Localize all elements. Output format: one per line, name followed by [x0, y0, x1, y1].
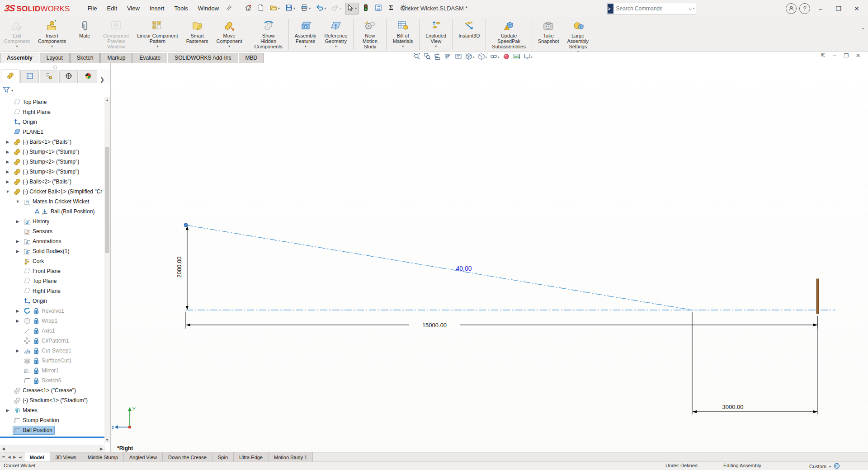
dropdown-arrow-icon[interactable]: ▾: [309, 6, 311, 10]
tree-item-content[interactable]: Origin: [13, 118, 39, 127]
edit-appearance-button[interactable]: [502, 52, 511, 62]
dropdown-arrow-icon[interactable]: ▾: [335, 44, 337, 48]
dropdown-arrow-icon[interactable]: ▾: [498, 56, 500, 59]
menu-tools[interactable]: Tools: [169, 3, 193, 14]
expand-arrow-icon[interactable]: ▶: [13, 348, 23, 353]
display-style-button[interactable]: ▾: [477, 52, 488, 62]
tab-solidworks-add-ins[interactable]: SOLIDWORKS Add-Ins: [168, 53, 238, 63]
tree-vertical-scrollbar[interactable]: ▲ ▼: [104, 97, 110, 443]
tree-item[interactable]: ▶(-) Bails<2> ("Bails"): [0, 177, 105, 187]
tree-item-content[interactable]: Revolve1: [23, 306, 66, 315]
tree-item-content[interactable]: Mates: [13, 406, 40, 415]
tags-globe-icon[interactable]: [834, 463, 840, 470]
tab-mbd[interactable]: MBD: [239, 53, 264, 63]
options-gear-button[interactable]: ▾: [398, 3, 412, 14]
tab-evaluate[interactable]: Evaluate: [132, 53, 167, 63]
tree-item[interactable]: Front Plane: [0, 266, 105, 276]
expand-arrow-icon[interactable]: ▶: [3, 408, 13, 413]
tree-item[interactable]: Origin: [0, 296, 105, 306]
next-tab-icon[interactable]: ▶: [13, 455, 16, 459]
tab-sketch[interactable]: Sketch: [70, 53, 100, 63]
dock-window-icon[interactable]: ⇱: [819, 52, 826, 59]
expand-arrow-icon[interactable]: ▶: [3, 140, 13, 144]
tree-item-content[interactable]: Wrap1: [23, 316, 60, 325]
tree-item[interactable]: Stump Position: [0, 415, 105, 425]
tree-item[interactable]: Mirror1: [0, 366, 105, 376]
expand-arrow-icon[interactable]: ▶: [13, 239, 23, 244]
tree-item[interactable]: ▶AAnnotations: [0, 236, 105, 246]
scroll-left-icon[interactable]: ◀: [0, 446, 7, 451]
tree-item-content[interactable]: (-) Stump<2> ("Stump"): [13, 157, 81, 166]
section-view-button[interactable]: [443, 52, 453, 62]
tree-item-content[interactable]: (-) Bails<1> ("Bails"): [13, 137, 74, 146]
stump[interactable]: [816, 279, 819, 314]
property-manager-tab[interactable]: [20, 70, 39, 83]
graphics-area[interactable]: 2000.00 40.00 15000.00: [111, 63, 868, 452]
tree-item[interactable]: Top Plane: [0, 97, 105, 107]
tree-horizontal-scrollbar[interactable]: ◀ ▶: [0, 445, 105, 452]
tree-item-content[interactable]: CirPattern1: [23, 336, 71, 345]
prev-tab-icon[interactable]: ◀: [8, 455, 10, 459]
instant3d-button[interactable]: Instant3D: [455, 18, 483, 44]
tree-item-content[interactable]: Cork: [23, 257, 46, 266]
feature-tree-tab[interactable]: [1, 70, 19, 83]
tree-item-content[interactable]: Ball Position: [13, 426, 55, 435]
expand-arrow-icon[interactable]: ▶: [13, 309, 23, 313]
dropdown-arrow-icon[interactable]: ▾: [473, 56, 475, 59]
configuration-manager-tab[interactable]: [40, 70, 58, 83]
assembly-features-button[interactable]: AssemblyFeatures▾: [291, 18, 320, 49]
tree-item[interactable]: Ball Position: [0, 425, 105, 435]
sheet-tab-motion-study-1[interactable]: Motion Study 1: [269, 452, 313, 462]
tree-item[interactable]: ▶Cut-Sweep1: [0, 346, 105, 356]
tree-item-content[interactable]: Right Plane: [13, 108, 53, 117]
sheet-tab-down-the-crease[interactable]: Down the Crease: [163, 452, 212, 462]
rebuild-traffic-light-button[interactable]: [360, 3, 371, 14]
expand-arrow-icon[interactable]: ▼: [3, 189, 13, 194]
view-orientation-button[interactable]: ▾: [464, 52, 476, 62]
rollback-bar[interactable]: [0, 437, 105, 438]
panel-resize-grip[interactable]: [0, 63, 110, 69]
dropdown-arrow-icon[interactable]: ▾: [278, 6, 280, 10]
tree-item-content[interactable]: Sketch6: [23, 376, 63, 385]
tree-item-content[interactable]: (-) Cricket Ball<1> (Simplified "Cr: [13, 187, 104, 196]
sheet-tab-3d-views[interactable]: 3D Views: [50, 452, 82, 462]
tree-item[interactable]: Right Plane: [0, 286, 105, 296]
menu-edit[interactable]: Edit: [102, 3, 122, 14]
tree-item-content[interactable]: AAnnotations: [23, 237, 63, 246]
tree-item-content[interactable]: Ball (Ball Position): [33, 207, 97, 216]
tree-item-content[interactable]: Axis1: [23, 326, 57, 335]
dropdown-arrow-icon[interactable]: ▾: [324, 6, 326, 10]
mate-button[interactable]: Mate: [71, 18, 99, 44]
expand-arrow-icon[interactable]: ▶: [13, 249, 23, 254]
exploded-view-button[interactable]: ExplodedView▾: [422, 18, 450, 49]
previous-view-button[interactable]: [433, 52, 442, 62]
tab-assembly[interactable]: Assembly: [0, 53, 39, 63]
tree-item[interactable]: Axis1: [0, 326, 105, 336]
hide-show-items-button[interactable]: ▾: [489, 52, 500, 62]
tree-item-content[interactable]: Mirror1: [23, 366, 61, 375]
tree-item[interactable]: ▶History: [0, 216, 105, 226]
restore-button[interactable]: ❐: [831, 3, 846, 14]
expand-arrow-icon[interactable]: ▶: [3, 160, 13, 164]
scroll-up-icon[interactable]: ▲: [104, 97, 110, 103]
tree-item[interactable]: Origin: [0, 117, 105, 127]
tree-item-content[interactable]: Top Plane: [23, 277, 59, 286]
tree-item[interactable]: Cork: [0, 256, 105, 266]
zoom-to-area-button[interactable]: [423, 52, 432, 62]
dropdown-arrow-icon[interactable]: ▾: [435, 44, 437, 48]
dimension-height[interactable]: 2000.00: [176, 257, 183, 278]
expand-arrow-icon[interactable]: ▶: [3, 150, 13, 154]
dropdown-arrow-icon[interactable]: ▾: [305, 44, 307, 48]
sheet-tab-spin[interactable]: Spin: [212, 452, 234, 462]
search-commands-box[interactable]: >_ ⌕ ▾: [607, 3, 696, 14]
dropdown-arrow-icon[interactable]: ▾: [16, 44, 18, 48]
sheet-tab-middle-stump[interactable]: Middle Stump: [82, 452, 124, 462]
reference-geometry-button[interactable]: ReferenceGeometry▾: [321, 18, 351, 49]
insert-components-button[interactable]: InsertComponents▾: [34, 18, 70, 49]
filter-funnel-icon[interactable]: [3, 86, 10, 95]
apply-scene-button[interactable]: [512, 52, 521, 62]
dropdown-arrow-icon[interactable]: ▾: [355, 6, 357, 10]
tree-item-content[interactable]: Front Plane: [23, 267, 63, 276]
tab-layout[interactable]: Layout: [40, 53, 70, 63]
view-settings-button[interactable]: ▾: [523, 52, 534, 62]
